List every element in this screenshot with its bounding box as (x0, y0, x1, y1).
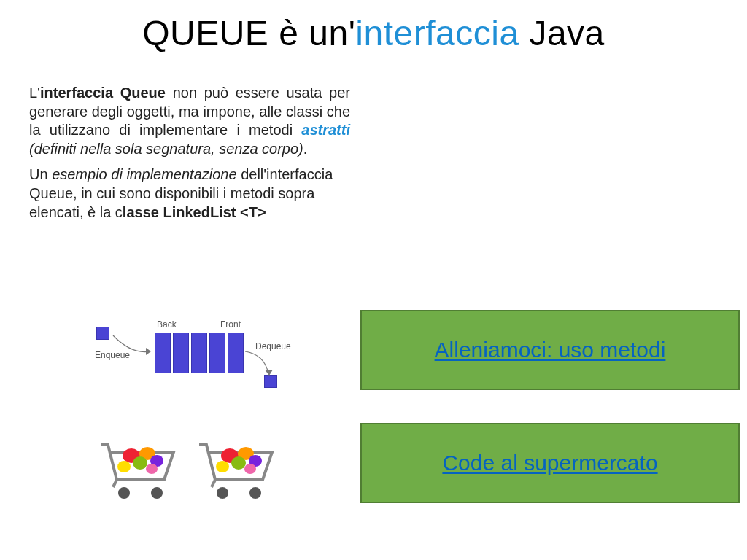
slide-title: QUEUE è un'interfaccia Java (0, 0, 747, 53)
svg-point-8 (146, 464, 158, 474)
front-label: Front (220, 319, 241, 330)
queue-bar (155, 332, 171, 373)
queue-bar (228, 332, 244, 373)
svg-point-11 (249, 487, 261, 499)
exercise-methods-link[interactable]: Alleniamoci: uso metodi (435, 338, 666, 362)
p2-linkedlist: lasse LinkedList <T> (123, 204, 266, 220)
svg-line-0 (113, 480, 117, 487)
paragraph-2: Un esempio di implementazione dell'inter… (29, 166, 350, 222)
svg-point-2 (151, 487, 163, 499)
title-pre: QUEUE è un' (142, 14, 355, 52)
queue-bar (209, 332, 225, 373)
supermarket-queue-box[interactable]: Code al supermercato (360, 423, 740, 503)
p1-abstract: astratti (301, 122, 350, 138)
p1-t5: (definiti nella sola segnatura, senza co… (29, 141, 303, 157)
queue-bar (191, 332, 207, 373)
title-post: Java (519, 14, 605, 52)
shopping-cart-icon (193, 430, 281, 503)
dequeue-arrow-icon (244, 349, 280, 381)
supermarket-queue-link[interactable]: Code al supermercato (442, 451, 657, 475)
svg-point-17 (244, 464, 256, 474)
paragraph-1: L'interfaccia Queue non può essere usata… (29, 84, 350, 158)
shopping-carts (95, 430, 281, 503)
svg-point-10 (217, 487, 228, 499)
p2-example: esempio di implementazione (52, 166, 241, 182)
back-label: Back (157, 319, 177, 330)
p1-t6: . (303, 141, 308, 157)
exercise-methods-box[interactable]: Alleniamoci: uso metodi (360, 310, 740, 390)
enqueue-block-icon (96, 327, 109, 340)
svg-point-5 (133, 456, 147, 470)
p1-t1: L' (29, 85, 40, 101)
body-text: L'interfaccia Queue non può essere usata… (29, 84, 350, 229)
enqueue-arrow-icon (109, 332, 155, 362)
p2-t1: Un (29, 166, 52, 182)
svg-line-9 (212, 480, 215, 487)
svg-point-7 (117, 461, 131, 472)
svg-point-16 (216, 461, 229, 472)
svg-point-14 (231, 456, 246, 470)
svg-point-1 (118, 487, 130, 499)
shopping-cart-icon (95, 430, 182, 503)
queue-bar (173, 332, 189, 373)
p1-interface-queue: interfaccia Queue (40, 85, 166, 101)
title-highlight: interfaccia (355, 14, 519, 52)
queue-diagram: Back Front Enqueue Dequeue (95, 312, 299, 392)
